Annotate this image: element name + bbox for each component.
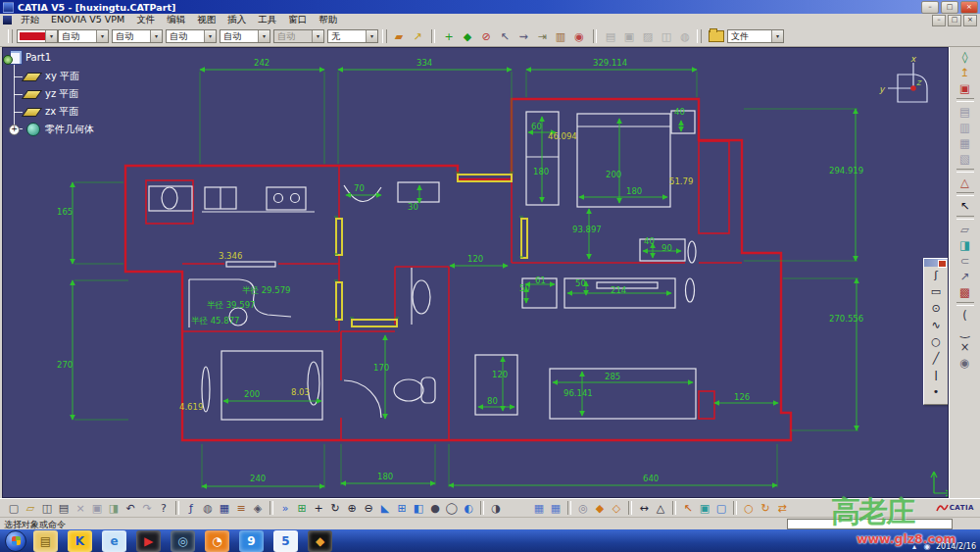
fly-mode-icon[interactable]: » <box>277 500 293 516</box>
circle-icon[interactable]: ⊙ <box>926 300 946 317</box>
tree-node-part-body[interactable]: 零件几何体 <box>45 123 94 136</box>
axis-constraint-icon[interactable]: ⊘ <box>478 28 494 44</box>
viewport-3d[interactable]: 242334329.114294.919270.5561652702401806… <box>2 47 949 498</box>
snap-point-icon[interactable]: ◆ <box>592 500 608 516</box>
surfaces-icon[interactable]: ◨ <box>956 237 975 253</box>
shaft-icon[interactable]: ▥ <box>956 120 975 135</box>
toolbar-grip[interactable] <box>8 29 13 43</box>
grid-icon[interactable]: ▦ <box>531 500 547 516</box>
menu-item-8[interactable]: 窗口 <box>282 14 313 26</box>
doc-restore-button[interactable]: □ <box>948 15 961 26</box>
tree-node-xy-plane[interactable]: xy 平面 <box>45 70 79 83</box>
mirror-icon[interactable]: ◫ <box>659 28 674 44</box>
taskbar-ie-icon[interactable]: e <box>102 530 126 552</box>
paint-properties-icon[interactable]: ▰ <box>391 28 407 44</box>
select-3d-icon[interactable]: ↖ <box>680 500 696 516</box>
taskbar-photo-viewer-icon[interactable]: ◆ <box>308 530 332 552</box>
chevron-down-icon[interactable]: ▾ <box>96 30 108 42</box>
dress-up-icon[interactable]: △ <box>956 175 975 190</box>
image-icon[interactable]: ▨ <box>640 28 656 44</box>
file-combo[interactable]: 文件 ▾ <box>727 29 784 43</box>
maximize-button[interactable]: □ <box>941 1 958 14</box>
point-icon[interactable]: • <box>926 383 946 400</box>
graphic-combo-3[interactable]: 自动▾ <box>166 29 217 43</box>
chevron-down-icon[interactable]: ▾ <box>771 30 783 42</box>
sketcher-icon[interactable]: ▱ <box>956 222 975 237</box>
graphic-combo-2[interactable]: 自动▾ <box>112 29 163 43</box>
design-table-icon[interactable]: ▦ <box>217 500 232 516</box>
chevron-down-icon[interactable]: ▾ <box>258 30 270 42</box>
graphic-combo-4[interactable]: 自动▾ <box>220 29 270 43</box>
copy-icon[interactable]: ▣ <box>89 500 105 516</box>
view-compass[interactable]: x y z <box>878 53 941 108</box>
zoom-in-icon[interactable]: ⊕ <box>344 500 360 516</box>
exchange-icon[interactable]: ⇄ <box>774 500 790 516</box>
tree-node-part1[interactable]: Part1 <box>25 52 51 63</box>
doc-close-button[interactable]: × <box>963 15 977 26</box>
chart-edit-icon[interactable]: ▥ <box>553 28 568 44</box>
close-icon[interactable] <box>938 260 947 268</box>
hide-show-icon[interactable]: ◐ <box>461 500 476 516</box>
circular-pattern-icon[interactable]: ○ <box>741 500 757 516</box>
catalog-icon[interactable]: ◈ <box>250 500 266 516</box>
menu-item-4[interactable]: 编辑 <box>161 14 191 26</box>
cut-icon[interactable]: × <box>73 500 88 516</box>
corner-icon[interactable]: ‿ <box>956 324 975 339</box>
measure-icon[interactable]: △ <box>653 500 668 516</box>
construction-icon[interactable]: ◇ <box>609 500 624 516</box>
plane-feature-icon[interactable]: ◊ <box>956 49 975 65</box>
snap-icon[interactable]: ◉ <box>571 28 587 44</box>
taskbar-kugou-icon[interactable]: K <box>68 530 92 552</box>
save-icon[interactable]: ◫ <box>39 500 55 516</box>
new-document-icon[interactable]: ▢ <box>6 500 22 516</box>
rectangle-icon[interactable]: ▭ <box>926 283 946 300</box>
close-button[interactable]: × <box>960 1 978 14</box>
line-icon[interactable]: ╱ <box>926 350 946 367</box>
power-input[interactable] <box>787 519 953 529</box>
multi-view-icon[interactable]: ⊞ <box>394 500 410 516</box>
menu-item-5[interactable]: 视图 <box>191 14 221 26</box>
pick-icon[interactable]: ↖ <box>497 28 513 44</box>
normal-view-icon[interactable]: ◣ <box>377 500 393 516</box>
axis-icon[interactable]: ǀ <box>926 367 946 383</box>
tree-node-yz-plane[interactable]: yz 平面 <box>45 87 78 101</box>
hidden-icons-icon[interactable]: ▴ <box>909 541 919 551</box>
layers-icon[interactable]: ▤ <box>603 28 618 44</box>
taskbar-player-icon[interactable]: ▶ <box>136 530 161 552</box>
paste-icon[interactable]: ◨ <box>106 500 122 516</box>
menu-item-1[interactable]: 开始 <box>15 14 45 26</box>
stiffener-icon[interactable]: ▧ <box>956 151 975 167</box>
doc-minimize-button[interactable]: – <box>932 15 946 26</box>
chevron-down-icon[interactable]: ▾ <box>45 30 57 42</box>
hide-space-icon[interactable]: ▢ <box>713 500 729 516</box>
network-icon[interactable]: ◉ <box>922 541 932 551</box>
open-folder-icon[interactable]: ▱ <box>23 500 38 516</box>
sketch-tools-palette[interactable]: ʃ▭⊙∿○╱ǀ• <box>923 258 949 405</box>
formula-icon[interactable]: ƒ <box>183 500 199 516</box>
trim-icon[interactable]: × <box>956 339 975 355</box>
pan-icon[interactable]: + <box>311 500 326 516</box>
ellipse-icon[interactable]: ○ <box>926 333 946 350</box>
taskbar-search-app-icon[interactable]: ◎ <box>171 530 195 552</box>
toolbar-grip[interactable] <box>382 29 387 43</box>
shading-icon[interactable]: ● <box>427 500 443 516</box>
grid-snap-icon[interactable]: ▦ <box>548 500 564 516</box>
redo-icon[interactable]: ↷ <box>139 500 155 516</box>
taskbar-qq-browser-icon[interactable]: 9 <box>239 530 264 552</box>
pocket-icon[interactable]: ▤ <box>956 104 975 120</box>
person-icon[interactable]: ◍ <box>677 28 693 44</box>
wireframe-icon[interactable]: ◯ <box>444 500 460 516</box>
tree-node-zx-plane[interactable]: zx 平面 <box>45 105 78 119</box>
palette-titlebar[interactable] <box>924 259 948 267</box>
zoom-out-icon[interactable]: ⊖ <box>361 500 376 516</box>
pad-icon[interactable]: ↥ <box>956 65 975 80</box>
taskbar-browser5-icon[interactable]: 5 <box>273 530 298 552</box>
sketch-analysis-icon[interactable]: ◎ <box>575 500 591 516</box>
menu-item-3[interactable]: 文件 <box>130 14 161 26</box>
rotate-view-icon[interactable]: ↻ <box>327 500 343 516</box>
menu-item-9[interactable]: 帮助 <box>313 14 343 26</box>
comment-icon[interactable]: ◍ <box>200 500 216 516</box>
window-icon[interactable]: ▣ <box>621 28 637 44</box>
wizard-icon[interactable]: ↗ <box>410 28 425 44</box>
rotate-icon[interactable]: ◆ <box>460 28 475 44</box>
